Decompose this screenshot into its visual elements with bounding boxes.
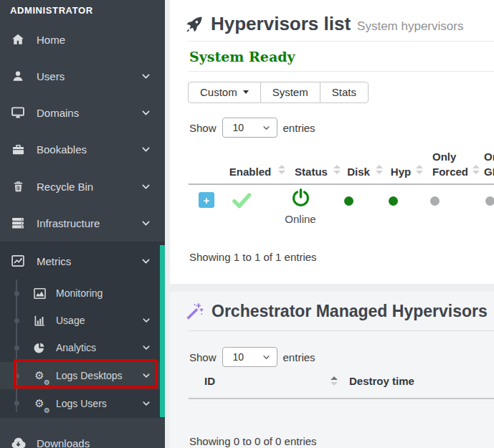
bar-chart-icon: [32, 313, 47, 328]
sort-icon: [333, 165, 341, 174]
chevron-down-icon: [262, 124, 270, 132]
show-label: Show: [189, 122, 217, 134]
hyp-status-dot: [389, 196, 398, 206]
table-header-border: [189, 184, 494, 185]
sidebar-item-label: Infrastructure: [37, 217, 141, 229]
sidebar-item-label: Home: [37, 34, 151, 46]
sidebar-item-bookables[interactable]: Bookables: [0, 132, 165, 166]
divider: [189, 41, 494, 42]
sidebar-subitem-analytics[interactable]: Analytics: [0, 334, 165, 361]
sidebar-item-infrastructure[interactable]: Infrastructure: [0, 206, 165, 240]
sidebar-item-label: Recycle Bin: [37, 181, 141, 193]
entries-label: entries: [283, 122, 315, 134]
tab-label: Stats: [332, 86, 356, 98]
sidebar-item-label: Bookables: [37, 143, 141, 156]
status-label: Online: [279, 213, 322, 225]
chevron-down-icon: [141, 108, 151, 118]
column-header-id[interactable]: ID: [204, 375, 338, 387]
column-header-destroy-time[interactable]: Destroy time: [349, 375, 414, 387]
only-forced-status-dot: [430, 196, 440, 206]
sort-icon: [278, 165, 285, 174]
chevron-down-icon: [141, 182, 151, 191]
enabled-check-icon: [231, 189, 252, 211]
status-cell: Online: [279, 188, 322, 225]
view-tabs: Custom System Stats: [188, 82, 369, 103]
sidebar-subitem-label: Analytics: [56, 342, 142, 353]
chevron-down-icon: [262, 353, 270, 361]
entries-select-value: 10: [233, 122, 244, 133]
chevron-down-icon: [141, 72, 151, 81]
server-icon: [10, 215, 26, 231]
chevron-down-icon: [141, 219, 151, 228]
column-header-only-gpus[interactable]: Only GPUs: [484, 146, 494, 183]
header-label: Hyp: [387, 164, 414, 180]
caret-down-icon: [243, 90, 249, 94]
table-summary: Showing 0 to 0 of 0 entries: [189, 435, 317, 447]
only-gpus-status-dot: [485, 196, 494, 206]
entries-select[interactable]: 10: [222, 347, 277, 367]
trash-icon: [10, 178, 26, 194]
entries-label: entries: [283, 351, 315, 363]
orchestrator-title: Orchestrator Managed Hypervisors: [212, 302, 488, 321]
chevron-down-icon: [142, 316, 151, 325]
tab-label: System: [272, 86, 308, 98]
sidebar-item-recycle-bin[interactable]: Recycle Bin: [0, 169, 165, 204]
sidebar-subitem-usage[interactable]: Usage: [0, 307, 165, 334]
header-label: Only GPUs: [484, 149, 494, 181]
sidebar-item-home[interactable]: Home: [0, 22, 165, 57]
sidebar-subitem-label: Usage: [56, 315, 142, 326]
chevron-down-icon: [141, 257, 151, 266]
custom-tab-button[interactable]: Custom: [188, 82, 261, 103]
cloud-download-icon: [10, 435, 26, 448]
sidebar-item-domains[interactable]: Domains: [0, 95, 165, 130]
sort-icon: [416, 165, 423, 174]
hypervisors-header: Hypervisors list System hypervisors: [185, 13, 463, 35]
table-summary: Showing 1 to 1 of 1 entries: [189, 251, 317, 263]
show-label: Show: [189, 351, 217, 363]
column-header-hyp[interactable]: Hyp: [387, 146, 423, 183]
sidebar: ADMINISTRATOR Home Users Domains Bookabl…: [0, 0, 165, 448]
column-header-disk[interactable]: Disk: [343, 146, 383, 183]
entries-select-value: 10: [233, 351, 244, 363]
disk-status-dot: [344, 196, 353, 206]
sidebar-scrollbar-thumb[interactable]: [160, 245, 165, 417]
stats-tab-button[interactable]: Stats: [320, 82, 369, 103]
sidebar-item-label: Metrics: [37, 255, 141, 267]
gears-icon: ⚙⚙: [32, 396, 47, 411]
entries-select[interactable]: 10: [222, 118, 277, 138]
hypervisors-card: Hypervisors list System hypervisors Syst…: [170, 0, 494, 284]
briefcase-icon: [10, 141, 26, 157]
page-subtitle: System hypervisors: [357, 19, 463, 34]
power-online-icon: [290, 188, 311, 209]
magic-wand-icon: [185, 302, 204, 321]
page-title: Hypervisors list: [211, 13, 351, 35]
sidebar-subitem-monitoring[interactable]: Monitoring: [0, 280, 165, 307]
sidebar-item-metrics[interactable]: Metrics: [0, 244, 165, 278]
sidebar-subitem-logs-users[interactable]: ⚙⚙ Logs Users: [0, 390, 165, 417]
column-header-status[interactable]: Status: [290, 146, 341, 183]
pie-chart-icon: [32, 340, 47, 356]
column-header-enabled[interactable]: Enabled: [224, 146, 285, 183]
header-label: Enabled: [224, 164, 277, 180]
sort-icon-ascending: [331, 376, 338, 386]
system-tab-button[interactable]: System: [260, 82, 320, 103]
header-label: ID: [204, 375, 215, 387]
header-label: Destroy time: [349, 375, 414, 387]
home-icon: [10, 32, 26, 47]
red-highlight-box: [14, 359, 158, 389]
sidebar-section-header: ADMINISTRATOR: [10, 5, 93, 16]
sidebar-item-label: Users: [37, 70, 141, 82]
main-content: Hypervisors list System hypervisors Syst…: [165, 0, 494, 448]
header-label: Disk: [343, 164, 374, 180]
tab-label: Custom: [200, 86, 237, 98]
sort-icon: [472, 165, 480, 174]
divider: [189, 330, 494, 331]
column-header-only-forced[interactable]: Only Forced: [432, 146, 480, 183]
chevron-down-icon: [142, 343, 151, 352]
user-icon: [10, 68, 26, 84]
sidebar-item-users[interactable]: Users: [0, 59, 165, 93]
sidebar-item-downloads[interactable]: Downloads: [0, 426, 165, 448]
expand-row-button[interactable]: +: [199, 192, 214, 208]
chevron-down-icon: [142, 399, 151, 408]
divider: [189, 71, 494, 72]
